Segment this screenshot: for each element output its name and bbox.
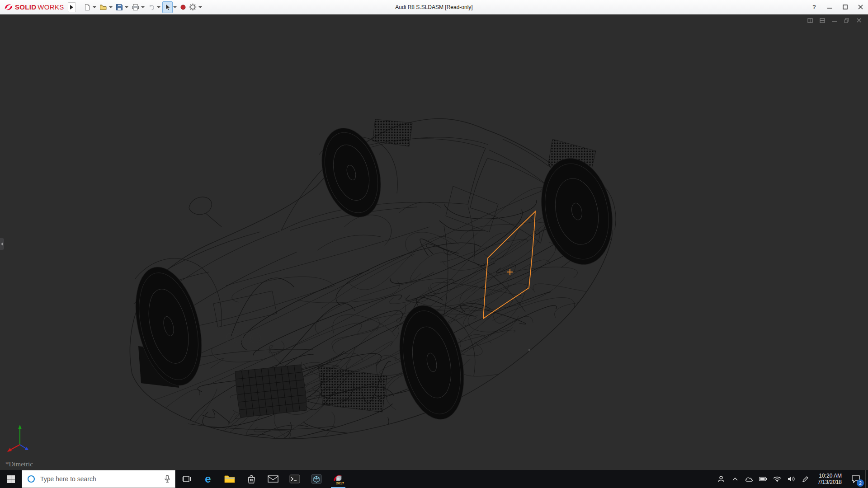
view-orientation-label: *Dimetric bbox=[5, 460, 33, 468]
taskbar-mail-button[interactable] bbox=[262, 470, 284, 488]
minimize-button[interactable] bbox=[822, 0, 837, 14]
brand-works: WORKS bbox=[38, 3, 64, 11]
document-window-controls bbox=[806, 17, 863, 24]
select-tool-button[interactable] bbox=[162, 1, 173, 13]
record-button[interactable] bbox=[179, 1, 188, 13]
search-input[interactable] bbox=[40, 475, 160, 483]
coordinate-triad bbox=[5, 421, 38, 457]
open-button[interactable] bbox=[98, 1, 108, 13]
pen-button[interactable] bbox=[799, 470, 811, 488]
onedrive-button[interactable] bbox=[743, 470, 755, 488]
undo-button[interactable] bbox=[146, 1, 156, 13]
help-button[interactable]: ? bbox=[807, 0, 822, 14]
y-axis-arrow-icon bbox=[18, 425, 22, 429]
print-button[interactable] bbox=[130, 1, 141, 13]
cortana-icon bbox=[27, 474, 36, 483]
options-dropdown-caret[interactable] bbox=[198, 6, 202, 8]
toolbar bbox=[82, 1, 204, 13]
solidworks-logo: SOLIDWORKS bbox=[4, 2, 64, 12]
show-desktop-button[interactable] bbox=[865, 470, 868, 488]
record-red-icon bbox=[180, 4, 186, 10]
undo-dropdown-caret[interactable] bbox=[157, 6, 160, 8]
viewport-pane-button[interactable] bbox=[818, 17, 827, 24]
print-dropdown-caret[interactable] bbox=[141, 6, 145, 8]
search-box[interactable] bbox=[22, 470, 175, 488]
notification-badge: 2 bbox=[857, 479, 864, 487]
minimize-icon bbox=[827, 5, 832, 9]
taskbar-solidworks-button[interactable]: 2017 bbox=[327, 470, 349, 488]
new-dropdown-caret[interactable] bbox=[93, 6, 96, 8]
graphics-viewport[interactable]: *Dimetric bbox=[0, 14, 868, 470]
volume-icon bbox=[788, 476, 795, 482]
solidworks-icon: 2017 bbox=[332, 473, 344, 485]
doc-restore-icon bbox=[844, 18, 849, 23]
task-view-button[interactable] bbox=[175, 470, 197, 488]
taskbar-file-explorer-button[interactable] bbox=[219, 470, 241, 488]
menu-flyout-button[interactable] bbox=[68, 2, 76, 12]
command-prompt-icon bbox=[289, 474, 300, 483]
taskbar-clock[interactable]: 10:20 AM 7/13/2018 bbox=[813, 470, 846, 488]
save-button[interactable] bbox=[114, 1, 124, 13]
select-dropdown-caret[interactable] bbox=[173, 6, 177, 8]
taskbar-spacer bbox=[349, 470, 715, 488]
volume-button[interactable] bbox=[785, 470, 797, 488]
action-center-button[interactable]: 2 bbox=[846, 470, 865, 488]
pen-icon bbox=[802, 476, 809, 483]
open-dropdown-caret[interactable] bbox=[109, 6, 113, 8]
new-document-button[interactable] bbox=[82, 1, 92, 13]
maximize-button[interactable] bbox=[837, 0, 853, 14]
doc-minimize-button[interactable] bbox=[830, 17, 839, 24]
print-icon bbox=[132, 4, 139, 11]
undo-icon bbox=[148, 4, 155, 11]
task-view-icon bbox=[182, 475, 191, 483]
mail-icon bbox=[268, 475, 278, 483]
panel-collapse-arrow-icon bbox=[1, 242, 3, 246]
doc-restore-button[interactable] bbox=[842, 17, 851, 24]
stray-vertex-point bbox=[528, 349, 530, 351]
taskbar-command-prompt-button[interactable] bbox=[284, 470, 306, 488]
show-hidden-icons-button[interactable] bbox=[729, 470, 741, 488]
taskbar-edge-button[interactable]: e bbox=[197, 470, 219, 488]
window-controls: ? bbox=[807, 0, 868, 14]
taskbar-store-button[interactable] bbox=[241, 470, 262, 488]
x-axis-arrow-icon bbox=[7, 448, 12, 452]
microphone-icon[interactable] bbox=[164, 475, 170, 483]
titlebar: SOLIDWORKS bbox=[0, 0, 868, 14]
brand-solid: SOLID bbox=[15, 3, 36, 11]
wifi-button[interactable] bbox=[771, 470, 783, 488]
save-dropdown-caret[interactable] bbox=[125, 6, 128, 8]
close-icon bbox=[858, 5, 863, 9]
battery-button[interactable] bbox=[757, 470, 769, 488]
start-button[interactable] bbox=[0, 470, 22, 488]
save-icon bbox=[116, 4, 123, 11]
window-title: Audi R8 S.SLDASM [Read-only] bbox=[395, 4, 472, 10]
panel-collapse-tab[interactable] bbox=[0, 238, 4, 250]
options-button[interactable] bbox=[188, 1, 198, 13]
viewport-split-button[interactable] bbox=[806, 17, 815, 24]
wifi-icon bbox=[773, 476, 781, 482]
select-arrow-icon bbox=[164, 4, 171, 11]
maximize-icon bbox=[843, 5, 848, 9]
people-button[interactable] bbox=[715, 470, 727, 488]
windows-start-icon bbox=[7, 475, 15, 483]
solidworks-year-label: 2017 bbox=[336, 481, 344, 485]
taskbar: e bbox=[0, 470, 868, 488]
wheel-rear-right bbox=[532, 152, 622, 271]
selection-center-mark bbox=[507, 269, 513, 275]
new-document-icon bbox=[84, 4, 91, 11]
svg-text:e: e bbox=[205, 473, 211, 485]
file-explorer-icon bbox=[224, 474, 235, 483]
doc-close-icon bbox=[857, 18, 862, 23]
chevron-up-icon bbox=[732, 477, 738, 481]
close-button[interactable] bbox=[853, 0, 868, 14]
clock-date: 7/13/2018 bbox=[818, 479, 842, 485]
wheel-front-right bbox=[390, 300, 473, 425]
system-tray bbox=[715, 470, 813, 488]
options-gear-icon bbox=[189, 3, 197, 11]
doc-close-button[interactable] bbox=[854, 17, 863, 24]
battery-icon bbox=[759, 477, 767, 481]
taskbar-dark-cube-app-button[interactable] bbox=[306, 470, 327, 488]
roof-vent-mesh bbox=[373, 119, 412, 146]
front-intake-mesh bbox=[318, 366, 387, 412]
solidworks-logo-icon bbox=[4, 2, 14, 12]
